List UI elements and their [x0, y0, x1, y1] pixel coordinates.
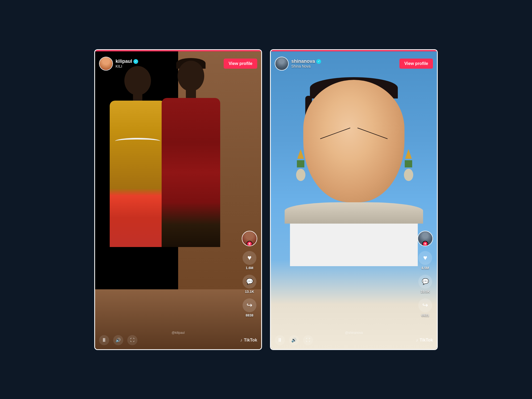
user-info-2: shinanova ✓ Shina Nova	[275, 57, 321, 71]
avatar-2[interactable]	[275, 57, 289, 71]
sound-button-2[interactable]: 🔊	[289, 335, 299, 345]
comment-group-2[interactable]: 💬 19.5K	[418, 275, 432, 294]
share-arrow-icon-2: ↪	[422, 301, 428, 309]
earring-right	[404, 149, 412, 181]
main-container: kilipaul ✓ KILI View profile + ♥	[89, 44, 443, 355]
right-sidebar-1: + ♥ 1.6M 💬 13.1K ↪ 8838	[242, 231, 257, 317]
tiktok-card-2: shinanova ✓ Shina Nova View profile + ♥	[270, 49, 438, 350]
tiktok-note-icon-1: ♪	[240, 338, 242, 343]
display-name-1: KILI	[116, 64, 138, 68]
expand-icon-2: ⛶	[306, 338, 310, 343]
comment-bubble-icon-2: 💬	[422, 278, 429, 285]
handle-text-1: @kilipaul	[172, 331, 185, 335]
follow-plus-1[interactable]: +	[247, 241, 252, 246]
bottom-controls-2: ⏸ 🔊 ⛶ ♪ TikTok	[275, 335, 433, 345]
face-scene	[285, 80, 423, 266]
sound-icon-2: 🔊	[291, 338, 297, 343]
sidebar-avatar-2[interactable]: +	[418, 231, 433, 246]
heart-icon-2: ♥	[423, 254, 427, 262]
like-group-2[interactable]: ♥ 4.5M	[418, 251, 432, 270]
pause-icon-2: ⏸	[277, 337, 283, 343]
likes-count-2: 4.5M	[421, 266, 429, 270]
like-group-1[interactable]: ♥ 1.6M	[243, 251, 256, 270]
avatar-1[interactable]	[99, 57, 113, 71]
face-marking-right	[357, 127, 387, 139]
left-controls-1: ⏸ 🔊 ⛶	[99, 335, 137, 345]
fur-collar	[285, 202, 423, 224]
follow-plus-2[interactable]: +	[422, 241, 428, 246]
like-icon-1[interactable]: ♥	[243, 251, 256, 265]
share-arrow-icon-1: ↪	[247, 301, 252, 309]
avatar-image-1	[100, 57, 112, 70]
shares-count-1: 8838	[246, 313, 253, 317]
share-icon-1[interactable]: ↪	[243, 298, 256, 312]
earring-bot-left	[296, 169, 305, 181]
expand-button-1[interactable]: ⛶	[127, 335, 137, 345]
sound-button-1[interactable]: 🔊	[113, 335, 123, 345]
bottom-controls-1: ⏸ 🔊 ⛶ ♪ TikTok	[99, 335, 257, 345]
view-profile-button-2[interactable]: View profile	[399, 59, 433, 69]
expand-button-2[interactable]: ⛶	[303, 335, 313, 345]
earring-mid-left	[297, 160, 304, 168]
like-icon-2[interactable]: ♥	[418, 251, 432, 265]
body-2	[162, 98, 220, 247]
verified-badge-1: ✓	[133, 59, 138, 64]
expand-icon-1: ⛶	[130, 338, 134, 343]
tiktok-logo-1: ♪ TikTok	[240, 338, 257, 343]
user-info-1: kilipaul ✓ KILI	[99, 57, 138, 71]
view-profile-button-1[interactable]: View profile	[224, 59, 257, 69]
garment	[290, 213, 418, 266]
username-row-1: kilipaul ✓	[116, 59, 138, 64]
comment-icon-2[interactable]: 💬	[418, 275, 432, 289]
shares-count-2: 6921	[421, 313, 429, 317]
earring-mid-right	[405, 160, 412, 168]
left-controls-2: ⏸ 🔊 ⛶	[275, 335, 313, 345]
person-2	[162, 61, 220, 247]
header-overlay-1: kilipaul ✓ KILI View profile	[95, 54, 261, 73]
heart-icon-1: ♥	[247, 254, 251, 262]
handle-text-2: @shinanova	[345, 331, 363, 335]
verified-badge-2: ✓	[316, 59, 321, 64]
comments-count-1: 13.1K	[245, 290, 254, 294]
likes-count-1: 1.6M	[246, 266, 253, 270]
share-icon-2[interactable]: ↪	[418, 298, 432, 312]
pause-button-1[interactable]: ⏸	[99, 335, 109, 345]
face-head	[303, 80, 404, 202]
username-1: kilipaul	[116, 59, 132, 64]
comment-bubble-icon-1: 💬	[246, 278, 253, 285]
follow-group-2: +	[418, 231, 433, 246]
pause-button-2[interactable]: ⏸	[275, 335, 285, 345]
earring-bot-right	[404, 169, 413, 181]
tiktok-wordmark-1: TikTok	[244, 338, 257, 343]
face-marking-left	[320, 127, 350, 139]
right-sidebar-2: + ♥ 4.5M 💬 19.5K ↪ 6921	[418, 231, 433, 317]
header-overlay-2: shinanova ✓ Shina Nova View profile	[271, 54, 437, 73]
share-group-2[interactable]: ↪ 6921	[418, 298, 432, 317]
comment-group-1[interactable]: 💬 13.1K	[243, 275, 256, 294]
username-row-2: shinanova ✓	[291, 59, 321, 64]
necklace-1	[115, 138, 160, 145]
user-text-1: kilipaul ✓ KILI	[116, 59, 138, 68]
username-2: shinanova	[291, 59, 315, 64]
earring-top-right	[405, 149, 412, 159]
tiktok-logo-2: ♪ TikTok	[416, 338, 433, 343]
follow-group-1: +	[242, 231, 257, 246]
comments-count-2: 19.5K	[421, 290, 430, 294]
sound-icon-1: 🔊	[116, 338, 121, 343]
share-group-1[interactable]: ↪ 8838	[243, 298, 256, 317]
tiktok-wordmark-2: TikTok	[420, 338, 433, 343]
person-1	[110, 66, 166, 247]
body-1	[110, 101, 166, 247]
tiktok-card-1: kilipaul ✓ KILI View profile + ♥	[94, 49, 262, 350]
comment-icon-1[interactable]: 💬	[243, 275, 256, 289]
earring-top-left	[297, 149, 304, 159]
tiktok-note-icon-2: ♪	[416, 338, 418, 343]
video-scene-2	[271, 50, 437, 349]
user-text-2: shinanova ✓ Shina Nova	[291, 59, 321, 68]
video-scene-1	[95, 50, 261, 349]
display-name-2: Shina Nova	[291, 64, 321, 68]
avatar-image-2	[275, 57, 288, 70]
sidebar-avatar-1[interactable]: +	[242, 231, 257, 246]
earring-left	[297, 149, 305, 181]
pause-icon-1: ⏸	[101, 337, 107, 343]
